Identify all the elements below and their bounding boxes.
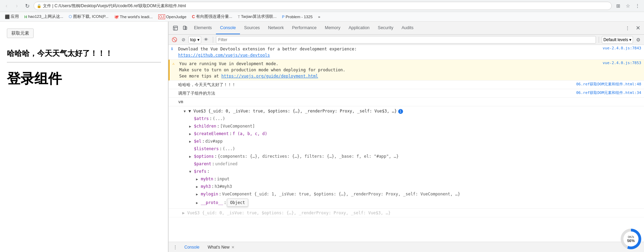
login-text: 登录组件 xyxy=(7,69,161,88)
tab-network[interactable]: Network xyxy=(264,22,288,34)
forward-button[interactable]: › xyxy=(13,2,21,10)
entry-source-child[interactable]: 06.ref获取DOM元素和组件.html:34 xyxy=(576,90,641,95)
vue-instance-content: ▼ Vue$3 {_uid: 0, _isVue: true, $options… xyxy=(182,107,641,207)
options-arrow[interactable] xyxy=(189,154,194,159)
console-output[interactable]: ℹ Download the Vue Devtools extension fo… xyxy=(169,45,644,242)
eye-button[interactable]: 👁 xyxy=(203,36,210,44)
entry-text-child: 调用了子组件的方法 xyxy=(178,90,576,96)
tab-security[interactable]: Security xyxy=(374,22,398,34)
prop-mybtn[interactable]: mybtn : input xyxy=(182,175,641,183)
vue-instance-text: ▼ Vue$3 {_uid: 0, _isVue: true, $options… xyxy=(188,108,397,114)
console-entry-vm-label: vm xyxy=(169,98,644,106)
vue-devtools-link[interactable]: https://github.com/vuejs/vue-devtools xyxy=(178,53,270,58)
prop-listeners[interactable]: $listeners : (...) xyxy=(182,145,641,153)
devtools-panel: Elements Console Sources Network Perform… xyxy=(168,22,644,252)
pause-button[interactable]: ⊘ xyxy=(180,36,187,44)
bottom-menu-button[interactable]: ⋮ xyxy=(171,243,179,251)
bookmark-button[interactable]: ☆ xyxy=(624,2,632,10)
console-bottom-tabs: ⋮ Console What's New ✕ xyxy=(169,242,644,252)
bottom-tab-whatsnew[interactable]: What's New ✕ xyxy=(205,243,237,251)
network-indicator-inner: 0K/s 56% xyxy=(623,231,639,247)
entry-text-haha: 哈哈哈，今天天气太好了！！！ xyxy=(178,82,576,88)
divider xyxy=(7,62,161,62)
tab-memory[interactable]: Memory xyxy=(321,22,344,34)
network-indicator: 0K/s 56% xyxy=(621,229,641,249)
tab-performance[interactable]: Performance xyxy=(288,22,321,34)
tab-console[interactable]: Console xyxy=(216,22,240,34)
console-settings-button[interactable]: ⚙ xyxy=(634,36,642,44)
main-area: 获取元素 哈哈哈，今天天气太好了！！！ 登录组件 Element xyxy=(0,22,644,252)
console-entry-haha: 哈哈哈，今天天气太好了！！！ 06.ref获取DOM元素和组件.html:48 xyxy=(169,81,644,89)
bookmark-icon-dl[interactable]: ⬡ 图标下载, ICON(P... xyxy=(67,13,111,20)
default-levels-selector[interactable]: Default levels ▾ xyxy=(602,36,633,44)
tab-audits[interactable]: Audits xyxy=(398,22,418,34)
prop-options[interactable]: $options : {components: {…}, directives:… xyxy=(182,153,641,160)
device-toolbar-button[interactable] xyxy=(180,23,190,33)
prop-mylogin[interactable]: mylogin : VueComponent {_uid: 1, _isVue:… xyxy=(182,190,641,198)
bookmark-apps[interactable]: ⬛ 应用 xyxy=(3,13,21,20)
svg-rect-0 xyxy=(173,26,177,30)
tab-sources[interactable]: Sources xyxy=(240,22,264,34)
prop-children[interactable]: $children : [VueComponent] xyxy=(182,122,641,130)
el-arrow[interactable] xyxy=(189,139,194,144)
entry-source[interactable]: vue-2.4.0.js:7843 xyxy=(602,46,641,50)
info-icon: ℹ xyxy=(171,47,177,51)
tab-elements[interactable]: Elements xyxy=(190,22,216,34)
bookmark-graph[interactable]: C 有向图强连通分量... xyxy=(190,13,234,20)
bookmark-problem[interactable]: P Problem - 1325 xyxy=(280,14,315,20)
prop-myh3[interactable]: myh3 : h3#myh3 xyxy=(182,183,641,190)
bookmark-hao123[interactable]: H hao123_上网从这... xyxy=(22,13,65,20)
refs-arrow[interactable] xyxy=(189,169,194,174)
prop-attrs[interactable]: $attrs : (...) xyxy=(182,115,641,122)
entry-source-warn[interactable]: vue-2.4.0.js:7853 xyxy=(602,61,641,65)
prop-parent[interactable]: $parent : undefined xyxy=(182,160,641,168)
menu-button[interactable]: ⋮ xyxy=(634,2,641,10)
bookmarks-bar: ⬛ 应用 H hao123_上网从这... ⬡ 图标下载, ICON(P... … xyxy=(0,12,644,22)
bookmark-openjudge[interactable]: OJ OpenJudge xyxy=(156,14,189,20)
close-devtools-button[interactable]: ✕ xyxy=(634,24,642,32)
more-tools-button[interactable]: ⋮ xyxy=(623,23,632,33)
clear-console-button[interactable]: 🚫 xyxy=(171,36,178,44)
hao123-icon: H xyxy=(24,15,27,19)
prop-el[interactable]: $el : div#app xyxy=(182,137,641,145)
icon-dl-icon: ⬡ xyxy=(69,14,72,19)
myh3-arrow[interactable] xyxy=(196,184,201,189)
bookmark-github[interactable]: 🐙 The world's leadi... xyxy=(112,14,155,20)
tab-application[interactable]: Application xyxy=(344,22,373,34)
bottom-tab-console[interactable]: Console xyxy=(182,243,202,251)
console-entry-vue-instance: ▼ Vue$3 {_uid: 0, _isVue: true, $options… xyxy=(169,106,644,209)
lock-icon: 🔒 xyxy=(37,4,42,8)
tarjan-icon: T xyxy=(238,15,240,19)
vue-instance-row[interactable]: ▼ Vue$3 {_uid: 0, _isVue: true, $options… xyxy=(182,107,641,115)
inspect-element-button[interactable] xyxy=(171,23,180,33)
children-arrow[interactable] xyxy=(189,124,194,129)
bookmark-more[interactable]: » xyxy=(316,14,322,20)
filter-input[interactable] xyxy=(216,36,596,44)
address-bar[interactable]: 🔒 文件 | C:/Users/熊桐/Desktop/Vuejs/代码/code… xyxy=(34,2,612,10)
network-percent: 56% xyxy=(627,239,635,243)
extensions-button[interactable]: ⊞ xyxy=(614,2,622,10)
context-selector[interactable]: top ▾ xyxy=(188,36,201,44)
prop-proto[interactable]: __proto__ : Object xyxy=(182,198,641,207)
entry-source-haha[interactable]: 06.ref获取DOM元素和组件.html:48 xyxy=(576,82,641,87)
warn-icon: ⚠ xyxy=(172,61,178,66)
browser-icons: ⊞ ☆ ⋮ xyxy=(614,2,641,10)
vue-guide-link[interactable]: https://vuejs.org/guide/deployment.html xyxy=(221,74,318,79)
bookmark-tarjan[interactable]: T Tarjian算法求强联... xyxy=(235,13,278,20)
console-entry-dev-mode: ⚠ You are running Vue in development mod… xyxy=(169,60,644,81)
back-button[interactable]: ‹ xyxy=(3,2,10,10)
graph-icon: C xyxy=(192,14,195,19)
info-badge[interactable]: i xyxy=(398,109,403,114)
vue-expand-arrow[interactable] xyxy=(184,109,188,114)
mybtn-arrow[interactable] xyxy=(196,177,201,182)
entry-text: Download the Vue Devtools extension for … xyxy=(178,46,602,58)
prop-refs[interactable]: $refs : xyxy=(182,168,641,175)
refresh-button[interactable]: ↻ xyxy=(23,2,31,10)
mylogin-arrow[interactable] xyxy=(196,192,201,197)
prop-createelement[interactable]: $createElement : f (a, b, c, d) xyxy=(182,130,641,137)
whatsnew-close[interactable]: ✕ xyxy=(231,245,234,249)
get-element-button[interactable]: 获取元素 xyxy=(7,28,34,38)
devtools-tabs: Elements Console Sources Network Perform… xyxy=(190,22,623,34)
createelement-arrow[interactable] xyxy=(189,131,194,136)
proto-arrow[interactable] xyxy=(196,200,201,205)
